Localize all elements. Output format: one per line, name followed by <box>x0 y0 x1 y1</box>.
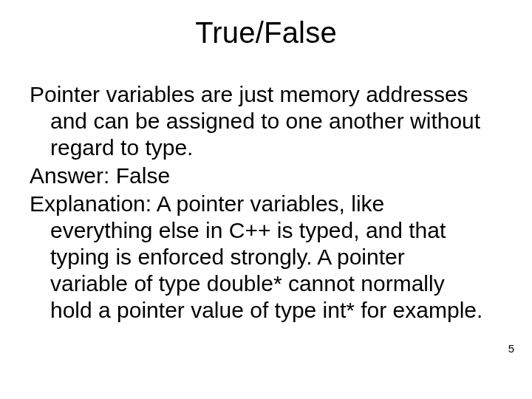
answer-value: False <box>116 163 170 188</box>
question-text: Pointer variables are just memory addres… <box>30 81 488 161</box>
explanation-label: Explanation: <box>30 191 151 216</box>
slide: True/False Pointer variables are just me… <box>0 0 532 399</box>
page-number: 5 <box>508 342 514 355</box>
answer-label: Answer: <box>30 163 109 188</box>
slide-body: Pointer variables are just memory addres… <box>30 81 488 325</box>
answer-line: Answer: False <box>30 163 488 189</box>
explanation-line: Explanation: A pointer variables, like e… <box>30 191 488 324</box>
slide-title: True/False <box>0 16 532 50</box>
